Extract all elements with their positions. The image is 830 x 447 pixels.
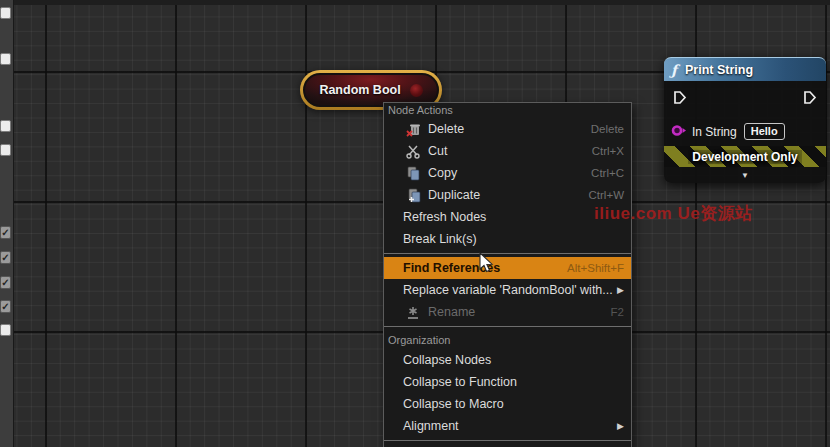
pin-label: In String: [692, 125, 737, 139]
top-edge-strip: [0, 0, 830, 5]
mouse-cursor-icon: [478, 252, 495, 279]
string-value-input[interactable]: Hello: [744, 123, 785, 140]
menu-item-delete[interactable]: Delete Delete: [384, 118, 631, 140]
menu-item-alignment[interactable]: Alignment ▶: [384, 415, 631, 437]
blueprint-graph-canvas[interactable]: ✓ ✓ ✓ ✓ Random Bool ƒ Print String: [0, 0, 830, 447]
checkbox-checked-icon[interactable]: ✓: [0, 251, 11, 264]
delete-icon: [404, 122, 422, 137]
menu-separator: [384, 326, 631, 327]
menu-item-copy[interactable]: Copy Ctrl+C: [384, 162, 631, 184]
left-panel-edge: ✓ ✓ ✓ ✓: [0, 0, 14, 447]
checkbox-checked-icon[interactable]: ✓: [0, 226, 11, 239]
menu-item-collapse-to-macro[interactable]: Collapse to Macro: [384, 393, 631, 415]
submenu-arrow-icon: ▶: [617, 285, 631, 295]
chevron-down-icon: ▼: [741, 171, 749, 180]
panel-widget[interactable]: [0, 144, 11, 156]
menu-item-replace-variable[interactable]: Replace variable 'RandomBool' with... ▶: [384, 279, 631, 301]
menu-section-header: Node Actions: [384, 103, 631, 118]
video-watermark: iliue.com Ue资源站: [594, 202, 753, 225]
copy-icon: [404, 166, 422, 181]
string-input-pin[interactable]: [671, 123, 687, 141]
node-title: Random Bool: [319, 83, 400, 97]
menu-item-collapse-nodes[interactable]: Collapse Nodes: [384, 349, 631, 371]
menu-item-break-links[interactable]: Break Link(s): [384, 228, 631, 250]
menu-separator: [384, 440, 631, 441]
exec-output-pin[interactable]: [803, 90, 817, 109]
menu-item-find-references[interactable]: Find References Alt+Shift+F: [384, 257, 631, 279]
duplicate-icon: [404, 188, 422, 203]
panel-widget[interactable]: [0, 324, 11, 336]
panel-widget[interactable]: [0, 7, 11, 19]
menu-separator: [384, 253, 631, 254]
menu-item-cut[interactable]: Cut Ctrl+X: [384, 140, 631, 162]
menu-item-collapse-to-function[interactable]: Collapse to Function: [384, 371, 631, 393]
cut-icon: [404, 144, 422, 159]
node-title: Print String: [685, 63, 753, 77]
exec-input-pin[interactable]: [673, 90, 687, 109]
expand-node-button[interactable]: ▼: [664, 167, 826, 183]
node-context-menu: Node Actions Delete Delete Cut Ctrl+X Co…: [383, 102, 632, 447]
menu-item-rename[interactable]: Rename F2: [384, 301, 631, 323]
checkbox-checked-icon[interactable]: ✓: [0, 300, 11, 313]
rename-icon: [404, 305, 422, 320]
menu-section-header: Organization: [384, 330, 631, 349]
panel-widget[interactable]: [0, 53, 11, 65]
development-only-banner: Development Only: [664, 146, 826, 167]
node-header[interactable]: ƒ Print String: [664, 57, 826, 81]
panel-widget[interactable]: [0, 120, 11, 132]
function-icon: ƒ: [671, 62, 677, 78]
checkbox-checked-icon[interactable]: ✓: [0, 276, 11, 289]
bool-output-pin[interactable]: [410, 84, 423, 97]
node-print-string[interactable]: ƒ Print String In String Hello Developme…: [664, 57, 826, 183]
submenu-arrow-icon: ▶: [617, 421, 631, 431]
